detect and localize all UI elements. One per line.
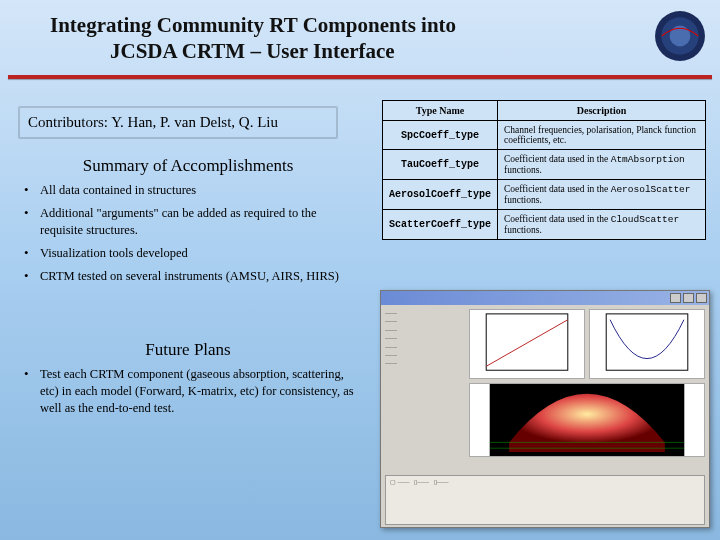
visualization-window: —————————————— ▢ —— ▯—— ▯—— xyxy=(380,290,710,528)
plot-panel xyxy=(469,383,705,457)
title-line-1: Integrating Community RT Components into xyxy=(50,13,456,37)
jcsda-seal-logo xyxy=(654,10,706,62)
list-item: All data contained in structures xyxy=(22,182,358,199)
type-table: Type Name Description SpcCoeff_type Chan… xyxy=(382,100,706,240)
minimize-icon[interactable] xyxy=(670,293,681,303)
window-sidebar: —————————————— xyxy=(385,309,465,368)
cell-desc: Channel frequencies, polarisation, Planc… xyxy=(498,121,706,150)
summary-heading: Summary of Accomplishments xyxy=(18,156,358,176)
list-item: Visualization tools developed xyxy=(22,245,358,262)
plot-grid xyxy=(469,309,705,457)
cell-desc: Coefficient data used in the CloudScatte… xyxy=(498,210,706,240)
title-line-2: JCSDA CRTM – User Interface xyxy=(50,39,395,63)
plot-panel xyxy=(469,309,585,379)
contributors-box: Contributors: Y. Han, P. van Delst, Q. L… xyxy=(18,106,338,139)
cell-type: SpcCoeff_type xyxy=(383,121,498,150)
close-icon[interactable] xyxy=(696,293,707,303)
list-item: Test each CRTM component (gaseous absorp… xyxy=(22,366,358,417)
horizontal-rule xyxy=(8,75,712,79)
table-row: ScatterCoeff_type Coefficient data used … xyxy=(383,210,706,240)
future-heading: Future Plans xyxy=(18,340,358,360)
svg-rect-5 xyxy=(606,314,688,370)
maximize-icon[interactable] xyxy=(683,293,694,303)
plot-panel xyxy=(589,309,705,379)
list-item-text: Additional "arguments" can be added as r… xyxy=(40,206,317,237)
cell-type: TauCoeff_type xyxy=(383,150,498,180)
table-row: AerosolCoeff_type Coefficient data used … xyxy=(383,180,706,210)
table-row: SpcCoeff_type Channel frequencies, polar… xyxy=(383,121,706,150)
window-titlebar xyxy=(381,291,709,305)
contributors-text: Contributors: Y. Han, P. van Delst, Q. L… xyxy=(28,114,278,130)
window-bottom-panel: ▢ —— ▯—— ▯—— xyxy=(385,475,705,525)
list-item-text: CRTM tested on several instruments (AMSU… xyxy=(40,269,339,283)
svg-rect-3 xyxy=(486,314,568,370)
page-title: Integrating Community RT Components into… xyxy=(50,12,680,65)
list-item-text: Visualization tools developed xyxy=(40,246,188,260)
cell-desc: Coefficient data used in the AerosolScat… xyxy=(498,180,706,210)
col-description: Description xyxy=(498,101,706,121)
future-list: Test each CRTM component (gaseous absorp… xyxy=(18,366,358,417)
list-item-text: Test each CRTM component (gaseous absorp… xyxy=(40,367,354,415)
cell-desc: Coefficient data used in the AtmAbsorpti… xyxy=(498,150,706,180)
future-block: Future Plans Test each CRTM component (g… xyxy=(18,340,358,423)
list-item: Additional "arguments" can be added as r… xyxy=(22,205,358,239)
list-item-text: All data contained in structures xyxy=(40,183,196,197)
cell-type: AerosolCoeff_type xyxy=(383,180,498,210)
cell-type: ScatterCoeff_type xyxy=(383,210,498,240)
col-type-name: Type Name xyxy=(383,101,498,121)
table-header-row: Type Name Description xyxy=(383,101,706,121)
table-row: TauCoeff_type Coefficient data used in t… xyxy=(383,150,706,180)
title-block: Integrating Community RT Components into… xyxy=(0,0,720,73)
summary-block: Summary of Accomplishments All data cont… xyxy=(18,156,358,290)
list-item: CRTM tested on several instruments (AMSU… xyxy=(22,268,358,285)
summary-list: All data contained in structures Additio… xyxy=(18,182,358,284)
